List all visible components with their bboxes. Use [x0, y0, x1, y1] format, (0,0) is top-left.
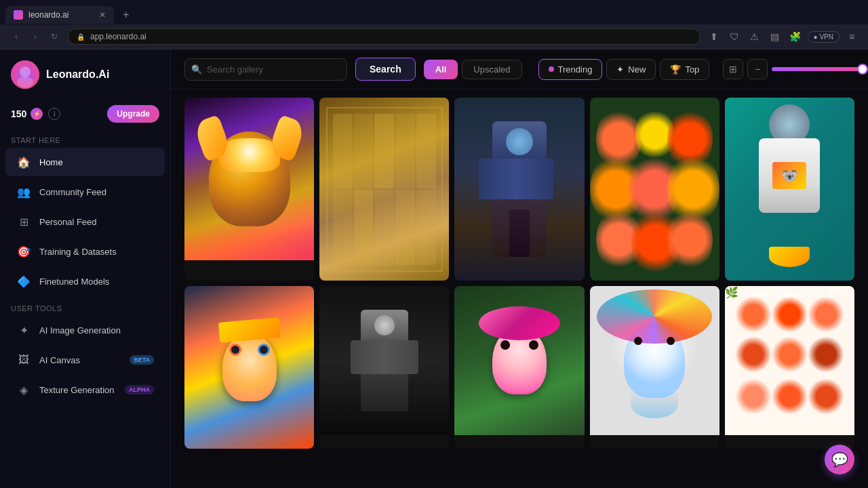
- overlay-no-btn[interactable]: 🚫: [538, 103, 557, 122]
- sidebar-item-finetuned[interactable]: 🔷 Finetuned Models: [5, 267, 165, 296]
- info-btn[interactable]: i: [48, 108, 60, 120]
- overlay-expand-btn[interactable]: ⤢: [425, 103, 443, 122]
- new-tab-btn[interactable]: +: [117, 5, 136, 24]
- sidebar-item-personal-feed[interactable]: ⊞ Personal Feed: [5, 207, 165, 236]
- tab-close-btn[interactable]: ✕: [99, 10, 106, 20]
- search-input[interactable]: [184, 58, 347, 81]
- overlay-expand-btn[interactable]: ⤢: [560, 291, 579, 310]
- token-number: 150: [11, 108, 26, 119]
- gallery-item[interactable]: # … ⤢: [184, 98, 314, 281]
- beta-badge: BETA: [130, 355, 154, 365]
- sidebar-item-training[interactable]: 🎯 Training & Datasets: [5, 237, 165, 266]
- personal-icon: ⊞: [16, 214, 31, 229]
- svg-point-1: [20, 66, 31, 77]
- overlay-expand-btn[interactable]: ⤢: [560, 103, 579, 122]
- avatar: [11, 60, 39, 89]
- url-bar[interactable]: 🔒 app.leonardo.ai: [68, 28, 701, 45]
- grid-controls: ⊞ − +: [723, 59, 868, 79]
- grid-view-btn[interactable]: ⊞: [723, 59, 743, 79]
- filter-upscaled-btn[interactable]: Upscaled: [462, 60, 521, 79]
- filter-all-btn[interactable]: All: [424, 60, 458, 79]
- trending-dot: [549, 66, 554, 72]
- chat-bubble[interactable]: 💬: [825, 445, 854, 474]
- sidebar-item-label: Training & Datasets: [39, 247, 117, 257]
- start-here-section: Start Here: [0, 128, 170, 147]
- filter-buttons: All Upscaled: [424, 60, 522, 79]
- gallery-item[interactable]: # …: [590, 98, 719, 281]
- sidebar-item-home[interactable]: 🏠 Home: [5, 148, 165, 176]
- gallery-item[interactable]: # … ⤢: [184, 286, 314, 449]
- share-btn[interactable]: ⬆: [706, 28, 722, 45]
- sidebar-item-texture[interactable]: ◈ Texture Generation ALPHA: [5, 375, 165, 404]
- overlay-remix-btn[interactable]: #: [517, 103, 536, 122]
- sidebar-item-label: Texture Generation: [39, 385, 115, 395]
- sort-new-label: New: [628, 64, 646, 75]
- gallery-item[interactable]: # …: [590, 286, 719, 449]
- browser-chrome: leonardo.ai ✕ + ‹ › ↻ 🔒 app.leonardo.ai …: [0, 0, 868, 49]
- top-icon: 🏆: [670, 64, 681, 75]
- search-wrap: 🔍: [184, 58, 347, 81]
- gallery-item[interactable]: 🐨 # …: [725, 98, 854, 281]
- overlay-remix-btn[interactable]: #: [808, 103, 827, 122]
- gallery-grid: # … ⤢: [184, 98, 854, 449]
- overlay-no-btn[interactable]: 🚫: [538, 291, 557, 310]
- overlay-menu-btn[interactable]: …: [695, 103, 714, 122]
- overlay-expand-btn[interactable]: ⤢: [290, 103, 309, 122]
- overlay-remix-btn[interactable]: #: [246, 103, 265, 122]
- upgrade-button[interactable]: Upgrade: [107, 105, 159, 123]
- sidebar-item-label: Personal Feed: [39, 217, 97, 227]
- overlay-expand-btn[interactable]: ⤢: [290, 291, 309, 310]
- shield-btn[interactable]: 🛡: [726, 28, 743, 45]
- vpn-badge: ● VPN: [808, 31, 840, 43]
- sort-new-btn[interactable]: ✦ New: [606, 59, 656, 80]
- sidebar-item-ai-canvas[interactable]: 🖼 AI Canvas BETA: [5, 346, 165, 374]
- gallery-item[interactable]: # 🚫 ⤢: [454, 286, 584, 449]
- zoom-out-btn[interactable]: −: [747, 59, 768, 79]
- overlay-menu-btn[interactable]: …: [830, 103, 849, 122]
- sort-trending-btn[interactable]: Trending: [538, 59, 603, 80]
- sidebar-item-label: AI Image Generation: [39, 325, 121, 336]
- gallery-item[interactable]: # 🚫 ⤢: [454, 98, 584, 281]
- zoom-slider[interactable]: [772, 67, 867, 71]
- address-bar: ‹ › ↻ 🔒 app.leonardo.ai ⬆ 🛡 ⚠ ▤ 🧩 ● VPN …: [0, 24, 868, 49]
- overlay-remix-btn[interactable]: #: [673, 103, 692, 122]
- browser-actions: ⬆ 🛡 ⚠ ▤ 🧩 ● VPN ≡: [706, 28, 860, 45]
- overlay-menu-btn[interactable]: …: [403, 291, 422, 310]
- overlay-expand-btn[interactable]: ⤢: [425, 291, 443, 310]
- overlay-remix-btn[interactable]: #: [246, 291, 265, 310]
- chat-icon: 💬: [831, 451, 848, 468]
- gallery-item[interactable]: … ⤢: [319, 286, 449, 449]
- sidebar-toggle-btn[interactable]: ▤: [767, 28, 783, 45]
- tokens-row: 150 ⚡ i Upgrade: [0, 100, 170, 128]
- finetuned-icon: 🔷: [16, 274, 31, 289]
- overlay-menu-btn[interactable]: …: [268, 103, 287, 122]
- active-tab[interactable]: leonardo.ai ✕: [5, 6, 114, 24]
- search-button[interactable]: Search: [355, 58, 416, 81]
- sidebar-item-ai-image[interactable]: ✦ AI Image Generation: [5, 316, 165, 344]
- overlay-menu-btn[interactable]: …: [268, 291, 287, 310]
- tab-favicon: [14, 10, 23, 20]
- lock-icon: 🔒: [77, 33, 85, 41]
- ai-image-icon: ✦: [16, 323, 31, 338]
- gallery-item[interactable]: 🌿') repeat;opacity:0.2;">: [725, 286, 854, 449]
- warn-btn[interactable]: ⚠: [747, 28, 763, 45]
- brand-name: Leonardo.Ai: [46, 68, 109, 81]
- gallery-item[interactable]: # ⤢: [319, 98, 449, 281]
- sidebar-item-community-feed[interactable]: 👥 Community Feed: [5, 178, 165, 206]
- extensions-btn[interactable]: 🧩: [787, 28, 804, 45]
- back-btn[interactable]: ‹: [8, 28, 24, 45]
- menu-btn[interactable]: ≡: [844, 28, 860, 45]
- sidebar-logo: Leonardo.Ai: [0, 49, 170, 100]
- slider-thumb: [857, 64, 868, 75]
- community-icon: 👥: [16, 184, 31, 199]
- sort-top-btn[interactable]: 🏆 Top: [660, 59, 709, 80]
- url-text: app.leonardo.ai: [90, 32, 146, 41]
- refresh-btn[interactable]: ↻: [46, 28, 62, 45]
- forward-btn[interactable]: ›: [27, 28, 43, 45]
- slider-track: [772, 67, 867, 71]
- tab-title: leonardo.ai: [28, 10, 68, 20]
- sidebar-item-label: Finetuned Models: [39, 277, 109, 287]
- main-content: 🔍 Search All Upscaled Trending ✦ New: [171, 49, 868, 488]
- overlay-remix-btn[interactable]: #: [517, 291, 536, 310]
- overlay-remix-btn[interactable]: #: [403, 103, 422, 122]
